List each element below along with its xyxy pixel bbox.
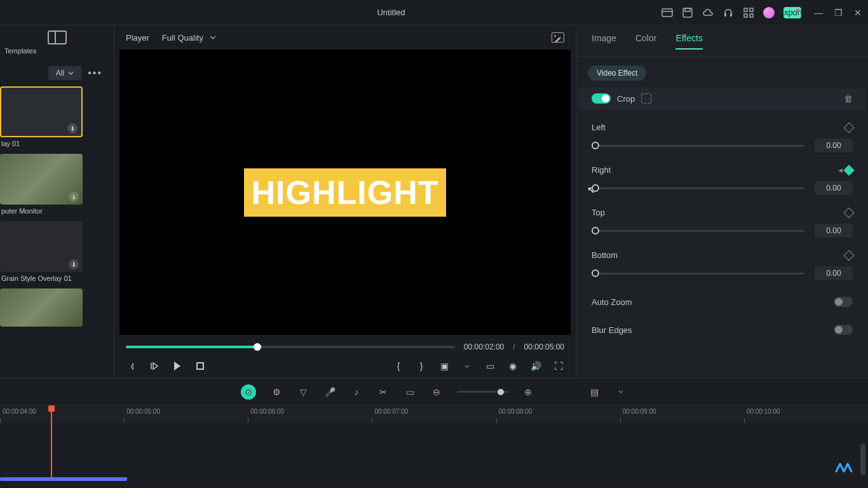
- keyframe-button[interactable]: [844, 165, 855, 175]
- apps-icon[interactable]: [743, 7, 754, 18]
- template-item[interactable]: ⬇ puter Monitor: [0, 154, 110, 220]
- export-button[interactable]: Export: [783, 7, 801, 18]
- playhead[interactable]: [51, 405, 52, 481]
- play-button[interactable]: [172, 360, 183, 372]
- timeline-clip[interactable]: [0, 477, 127, 481]
- ruler-mark: 00:00:07:00: [372, 405, 496, 423]
- template-name: lay 01: [0, 137, 110, 152]
- svg-rect-5: [730, 13, 732, 17]
- more-icon[interactable]: •••: [88, 67, 102, 79]
- tab-color[interactable]: Color: [635, 33, 656, 50]
- slider-track[interactable]: [592, 230, 804, 232]
- slider-value[interactable]: 0.00: [815, 181, 853, 195]
- slider-track[interactable]: [592, 187, 804, 189]
- player-label: Player: [126, 33, 149, 43]
- slider-handle[interactable]: [592, 269, 599, 277]
- save-icon[interactable]: [682, 7, 693, 18]
- slider-handle[interactable]: [592, 184, 599, 192]
- cut-icon[interactable]: ✂: [377, 386, 390, 398]
- cloud-icon[interactable]: [702, 7, 714, 18]
- keyframe-button[interactable]: [844, 250, 855, 261]
- timeline-scrollbar[interactable]: [860, 444, 865, 475]
- chevron-down-icon[interactable]: [461, 360, 473, 372]
- tab-image[interactable]: Image: [592, 33, 616, 50]
- delete-icon[interactable]: 🗑: [844, 93, 853, 104]
- zoom-in-icon[interactable]: ⊕: [522, 386, 534, 398]
- svg-rect-3: [685, 8, 690, 11]
- download-icon[interactable]: ⬇: [69, 192, 79, 202]
- minimize-button[interactable]: —: [814, 8, 823, 18]
- ruler-mark: 00:00:10:00: [744, 405, 868, 423]
- template-thumbnail[interactable]: ⬇: [0, 86, 83, 137]
- chevron-down-icon[interactable]: [614, 386, 627, 398]
- keyframe-button[interactable]: [844, 207, 855, 218]
- ruler-mark: 00:00:06:00: [248, 405, 372, 423]
- template-thumbnail[interactable]: ⬇: [0, 221, 83, 272]
- crop-toggle[interactable]: [592, 93, 611, 104]
- slider-value[interactable]: 0.00: [815, 139, 853, 152]
- prev-keyframe-icon[interactable]: ◀: [838, 167, 843, 173]
- filter-dropdown[interactable]: All: [48, 66, 81, 80]
- magnet-icon[interactable]: ⊙: [241, 384, 256, 400]
- mark-in-button[interactable]: {: [393, 360, 404, 372]
- headphones-icon[interactable]: [722, 7, 734, 18]
- timeline[interactable]: 00:00:04:00 00:00:05:00 00:00:06:00 00:0…: [0, 405, 868, 481]
- snapshot-icon[interactable]: [552, 32, 564, 43]
- marker-icon[interactable]: ▽: [297, 386, 309, 398]
- camera-icon[interactable]: ◉: [507, 360, 519, 372]
- slider-handle[interactable]: [592, 142, 599, 149]
- stop-button[interactable]: [194, 360, 206, 372]
- maximize-button[interactable]: ❐: [834, 8, 843, 18]
- keyframe-button[interactable]: [844, 122, 855, 133]
- blur-edges-toggle[interactable]: [834, 325, 853, 335]
- track-view-icon[interactable]: ▤: [588, 386, 600, 398]
- ruler-mark: 00:00:08:00: [496, 405, 620, 423]
- download-icon[interactable]: ⬇: [69, 259, 79, 269]
- zoom-out-icon[interactable]: ⊖: [430, 386, 443, 398]
- crop-settings-icon[interactable]: [641, 93, 651, 104]
- zoom-slider[interactable]: [457, 391, 508, 393]
- slider-handle[interactable]: [592, 227, 599, 234]
- download-icon[interactable]: ⬇: [67, 123, 78, 133]
- templates-icon[interactable]: [48, 30, 67, 44]
- audio-icon[interactable]: ♪: [350, 386, 363, 398]
- templates-panel: Templates All ••• ⬇ lay 01 ⬇ puter Monit…: [0, 25, 114, 378]
- template-name: puter Monitor: [0, 205, 110, 220]
- fullscreen-icon[interactable]: ⛶: [553, 360, 564, 372]
- template-item[interactable]: ⬇ Grain Style Overlay 01: [0, 221, 110, 287]
- display-button[interactable]: ▭: [484, 360, 496, 372]
- slider-left: Left 0.00: [576, 118, 868, 160]
- gear-icon[interactable]: ⚙: [270, 386, 283, 398]
- template-thumbnail[interactable]: ⬇: [0, 154, 83, 205]
- auto-zoom-row: Auto Zoom: [576, 288, 868, 316]
- slider-top: Top 0.00: [576, 203, 868, 245]
- slider-value[interactable]: 0.00: [815, 224, 853, 238]
- slider-value[interactable]: 0.00: [815, 266, 853, 280]
- frame-icon[interactable]: ▭: [403, 386, 416, 398]
- slider-track[interactable]: [592, 273, 804, 274]
- avatar[interactable]: [763, 7, 775, 18]
- tab-effects[interactable]: Effects: [675, 33, 703, 50]
- template-item[interactable]: [0, 288, 110, 327]
- slider-track[interactable]: [592, 145, 804, 147]
- mark-out-button[interactable]: }: [416, 360, 427, 372]
- auto-zoom-toggle[interactable]: [834, 297, 853, 307]
- crop-tool-button[interactable]: ▣: [438, 360, 450, 372]
- timeline-ruler[interactable]: 00:00:04:00 00:00:05:00 00:00:06:00 00:0…: [0, 405, 868, 423]
- template-thumbnail[interactable]: [0, 288, 83, 327]
- play-pause-button[interactable]: [149, 360, 160, 372]
- prev-frame-button[interactable]: ⦉: [126, 360, 137, 372]
- playback-scrubber[interactable]: [126, 346, 455, 348]
- mic-icon[interactable]: 🎤: [323, 386, 336, 398]
- scrubber-handle[interactable]: [254, 343, 261, 351]
- crop-label: Crop: [617, 94, 635, 104]
- volume-icon[interactable]: 🔊: [530, 360, 541, 372]
- quality-dropdown[interactable]: Full Quality: [162, 33, 216, 43]
- close-button[interactable]: ✕: [854, 8, 862, 18]
- video-effect-chip[interactable]: Video Effect: [588, 65, 646, 81]
- svg-rect-2: [683, 8, 692, 17]
- auto-zoom-label: Auto Zoom: [592, 297, 632, 307]
- player-viewport[interactable]: HIGHLIGHT: [119, 50, 571, 335]
- layout-icon[interactable]: [661, 7, 673, 18]
- template-item[interactable]: ⬇ lay 01: [0, 86, 110, 152]
